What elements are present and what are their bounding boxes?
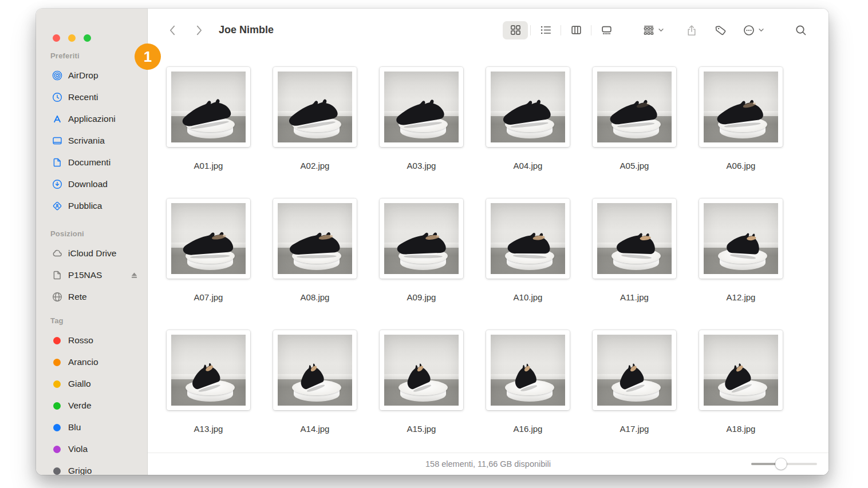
file-item-a12-jpg[interactable]: A12.jpg bbox=[699, 199, 783, 302]
sidebar-item-documenti[interactable]: Documenti bbox=[36, 152, 147, 173]
list-view-button[interactable] bbox=[533, 21, 558, 39]
group-button[interactable] bbox=[643, 21, 664, 39]
file-thumbnail[interactable] bbox=[593, 330, 676, 410]
file-thumbnail[interactable] bbox=[593, 199, 676, 279]
file-item-a05-jpg[interactable]: A05.jpg bbox=[593, 67, 676, 170]
sidebar-item-recenti[interactable]: Recenti bbox=[36, 86, 147, 108]
eject-icon[interactable] bbox=[129, 271, 139, 280]
file-name: A04.jpg bbox=[486, 161, 570, 170]
file-thumbnail[interactable] bbox=[593, 67, 676, 147]
file-item-a16-jpg[interactable]: A16.jpg bbox=[486, 330, 570, 434]
file-name: A01.jpg bbox=[167, 161, 250, 170]
file-item-a09-jpg[interactable]: A09.jpg bbox=[380, 199, 463, 302]
sidebar-item-download[interactable]: Download bbox=[36, 173, 147, 195]
search-icon bbox=[795, 25, 807, 36]
search-button[interactable] bbox=[795, 21, 807, 39]
file-thumbnail[interactable] bbox=[699, 67, 783, 147]
shoe-photo bbox=[597, 72, 672, 142]
sidebar-item-scrivania[interactable]: Scrivania bbox=[36, 130, 147, 152]
file-item-a11-jpg[interactable]: A11.jpg bbox=[593, 199, 676, 302]
desktop-icon bbox=[52, 136, 62, 146]
zoom-button[interactable] bbox=[84, 34, 91, 42]
file-item-a04-jpg[interactable]: A04.jpg bbox=[486, 67, 570, 170]
file-thumbnail[interactable] bbox=[699, 199, 783, 279]
sidebar-item-pubblica[interactable]: Pubblica bbox=[36, 195, 147, 217]
sidebar-item-grigio[interactable]: Grigio bbox=[36, 460, 147, 475]
minimize-button[interactable] bbox=[68, 34, 76, 42]
shoe-photo bbox=[171, 335, 246, 406]
file-thumbnail[interactable] bbox=[699, 330, 783, 410]
sidebar-item-rete[interactable]: Rete bbox=[36, 286, 147, 308]
sidebar-item-airdrop[interactable]: AirDrop bbox=[36, 65, 147, 86]
sidebar-item-blu[interactable]: Blu bbox=[36, 416, 147, 438]
turntable bbox=[505, 380, 554, 402]
file-item-a18-jpg[interactable]: A18.jpg bbox=[699, 330, 783, 434]
thumbnail-zoom-slider[interactable] bbox=[751, 458, 817, 470]
file-thumbnail[interactable] bbox=[273, 330, 357, 410]
file-item-a08-jpg[interactable]: A08.jpg bbox=[273, 199, 357, 302]
more-button[interactable] bbox=[743, 21, 764, 39]
file-thumbnail[interactable] bbox=[486, 67, 570, 147]
sidebar-item-verde[interactable]: Verde bbox=[36, 395, 147, 416]
list-view-icon bbox=[540, 25, 551, 35]
file-item-a17-jpg[interactable]: A17.jpg bbox=[593, 330, 676, 434]
share-button[interactable] bbox=[686, 21, 697, 39]
forward-button[interactable] bbox=[191, 22, 206, 39]
tag-dot bbox=[52, 466, 62, 475]
document-icon bbox=[52, 157, 62, 168]
file-item-a02-jpg[interactable]: A02.jpg bbox=[273, 67, 357, 170]
shoe-photo bbox=[278, 203, 352, 274]
tag-dot bbox=[52, 400, 62, 411]
file-name: A18.jpg bbox=[699, 424, 783, 434]
file-item-a06-jpg[interactable]: A06.jpg bbox=[699, 67, 783, 170]
back-button[interactable] bbox=[165, 22, 180, 39]
file-thumbnail[interactable] bbox=[167, 67, 250, 147]
file-item-a07-jpg[interactable]: A07.jpg bbox=[167, 199, 250, 302]
sidebar-item-applicazioni[interactable]: Applicazioni bbox=[36, 108, 147, 130]
slider-knob[interactable] bbox=[775, 458, 787, 470]
file-thumbnail[interactable] bbox=[380, 67, 463, 147]
file-thumbnail[interactable] bbox=[486, 199, 570, 279]
shoe-photo bbox=[384, 203, 459, 274]
file-thumbnail[interactable] bbox=[380, 199, 463, 279]
file-thumbnail[interactable] bbox=[273, 67, 357, 147]
shoe-photo bbox=[278, 72, 352, 142]
shoe-photo bbox=[704, 203, 778, 274]
shoe-silhouette bbox=[499, 96, 557, 130]
column-view-button[interactable] bbox=[563, 21, 589, 39]
turntable bbox=[399, 248, 448, 270]
file-thumbnail[interactable] bbox=[167, 199, 250, 279]
close-button[interactable] bbox=[53, 34, 60, 42]
icon-view-button[interactable] bbox=[503, 21, 528, 39]
file-item-a13-jpg[interactable]: A13.jpg bbox=[167, 330, 250, 434]
tag-button[interactable] bbox=[715, 21, 726, 39]
sidebar-item-viola[interactable]: Viola bbox=[36, 438, 147, 460]
sidebar-item-label: P15NAS bbox=[68, 270, 102, 280]
file-thumbnail[interactable] bbox=[380, 330, 463, 410]
file-thumbnail[interactable] bbox=[486, 330, 570, 410]
sidebar-item-rosso[interactable]: Rosso bbox=[36, 330, 147, 351]
file-thumbnail[interactable] bbox=[273, 199, 357, 279]
gallery-view-button[interactable] bbox=[594, 21, 619, 39]
file-thumbnail[interactable] bbox=[167, 330, 250, 410]
turntable bbox=[292, 380, 341, 402]
turntable bbox=[611, 380, 661, 402]
column-view-icon bbox=[571, 25, 582, 35]
file-item-a03-jpg[interactable]: A03.jpg bbox=[380, 67, 463, 170]
file-item-a01-jpg[interactable]: A01.jpg bbox=[167, 67, 250, 170]
sidebar-section-tag: Tag Rosso Arancio Giallo Verde Blu Viola… bbox=[36, 312, 147, 475]
sidebar-section-title: Preferiti bbox=[36, 47, 147, 65]
file-name: A17.jpg bbox=[593, 424, 676, 434]
sidebar-item-p15nas[interactable]: P15NAS bbox=[36, 264, 147, 286]
sidebar-section-posizioni: Posizioni iCloud Drive P15NAS Rete bbox=[36, 225, 147, 308]
sidebar-item-icloud-drive[interactable]: iCloud Drive bbox=[36, 243, 147, 264]
sidebar-item-arancio[interactable]: Arancio bbox=[36, 351, 147, 373]
turntable bbox=[718, 117, 767, 138]
file-item-a10-jpg[interactable]: A10.jpg bbox=[486, 199, 570, 302]
sidebar-item-giallo[interactable]: Giallo bbox=[36, 373, 147, 395]
file-item-a14-jpg[interactable]: A14.jpg bbox=[273, 330, 357, 434]
file-item-a15-jpg[interactable]: A15.jpg bbox=[380, 330, 463, 434]
document-icon bbox=[52, 270, 62, 281]
turntable bbox=[611, 117, 661, 138]
sidebar-item-label: Pubblica bbox=[68, 201, 102, 211]
